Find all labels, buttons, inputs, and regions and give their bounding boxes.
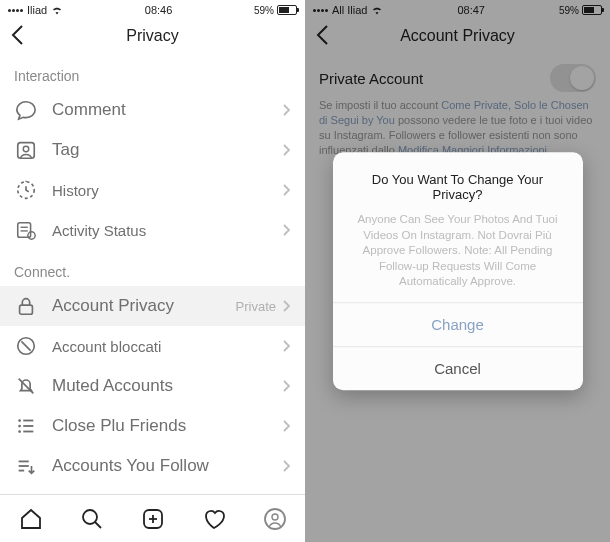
row-label: Account Privacy xyxy=(52,296,236,316)
blocked-icon xyxy=(14,334,38,358)
chevron-right-icon xyxy=(282,299,291,313)
chevron-right-icon xyxy=(282,339,291,353)
tag-person-icon xyxy=(14,138,38,162)
row-history[interactable]: History xyxy=(0,170,305,210)
svg-point-25 xyxy=(265,509,285,529)
page-title: Privacy xyxy=(126,27,178,45)
chevron-right-icon xyxy=(282,103,291,117)
tab-home[interactable] xyxy=(18,506,44,532)
dialog-message: Anyone Can See Your Photos And Tuoi Vide… xyxy=(347,212,569,290)
list-icon xyxy=(14,414,38,438)
chevron-right-icon xyxy=(282,223,291,237)
muted-bell-icon xyxy=(14,374,38,398)
svg-point-6 xyxy=(28,232,35,239)
battery-pct: 59% xyxy=(254,5,274,16)
row-label: Close Plu Friends xyxy=(52,416,282,436)
battery-icon xyxy=(277,5,297,15)
row-label: Comment xyxy=(52,100,282,120)
svg-point-26 xyxy=(272,514,278,520)
row-comment[interactable]: Comment xyxy=(0,90,305,130)
chevron-right-icon xyxy=(282,143,291,157)
plus-square-icon xyxy=(141,507,165,531)
svg-rect-0 xyxy=(18,143,35,159)
row-close-friends[interactable]: Close Plu Friends xyxy=(0,406,305,446)
nav-bar: Privacy xyxy=(0,18,305,54)
row-label: Accounts You Follow xyxy=(52,456,282,476)
section-header-connect: Connect. xyxy=(0,250,305,286)
row-label: Tag xyxy=(52,140,282,160)
row-tag[interactable]: Tag xyxy=(0,130,305,170)
dialog-change-button[interactable]: Change xyxy=(333,302,583,346)
row-value: Private xyxy=(236,299,276,314)
svg-point-1 xyxy=(23,146,29,152)
chevron-right-icon xyxy=(282,419,291,433)
clock-label: 08:46 xyxy=(145,4,173,16)
svg-point-12 xyxy=(18,425,21,428)
svg-point-13 xyxy=(18,430,21,433)
svg-line-9 xyxy=(21,341,30,350)
status-bar: Iliad 08:46 59% xyxy=(0,0,305,18)
chevron-right-icon xyxy=(282,459,291,473)
change-privacy-dialog: Do You Want To Change Your Privacy? Anyo… xyxy=(333,152,583,390)
lock-icon xyxy=(14,294,38,318)
tab-bar xyxy=(0,494,305,542)
row-blocked-accounts[interactable]: Account bloccati xyxy=(0,326,305,366)
wifi-icon xyxy=(51,5,63,15)
section-header-interaction: Interaction xyxy=(0,54,305,90)
row-label: Account bloccati xyxy=(52,338,282,355)
profile-circle-icon xyxy=(263,507,287,531)
svg-point-20 xyxy=(83,510,97,524)
home-icon xyxy=(19,507,43,531)
search-icon xyxy=(80,507,104,531)
activity-status-icon xyxy=(14,218,38,242)
privacy-settings-screen: Iliad 08:46 59% Privacy Interaction Comm… xyxy=(0,0,305,542)
svg-point-11 xyxy=(18,419,21,422)
tab-search[interactable] xyxy=(79,506,105,532)
row-account-privacy[interactable]: Account Privacy Private xyxy=(0,286,305,326)
history-icon xyxy=(14,178,38,202)
comment-icon xyxy=(14,98,38,122)
row-accounts-you-follow[interactable]: Accounts You Follow xyxy=(0,446,305,486)
accounts-follow-icon xyxy=(14,454,38,478)
row-activity-status[interactable]: Activity Status xyxy=(0,210,305,250)
chevron-left-icon xyxy=(10,24,24,46)
svg-rect-7 xyxy=(20,305,33,314)
row-muted-accounts[interactable]: Muted Accounts xyxy=(0,366,305,406)
account-privacy-screen: All Iliad 08:47 59% Account Privacy Priv… xyxy=(305,0,610,542)
tab-add[interactable] xyxy=(140,506,166,532)
dialog-title: Do You Want To Change Your Privacy? xyxy=(347,172,569,202)
dialog-cancel-button[interactable]: Cancel xyxy=(333,346,583,390)
row-label: History xyxy=(52,182,282,199)
chevron-right-icon xyxy=(282,183,291,197)
heart-icon xyxy=(202,507,226,531)
row-label: Muted Accounts xyxy=(52,376,282,396)
tab-activity[interactable] xyxy=(201,506,227,532)
back-button[interactable] xyxy=(10,24,24,46)
row-label: Activity Status xyxy=(52,222,282,239)
tab-profile[interactable] xyxy=(262,506,288,532)
carrier-label: Iliad xyxy=(27,4,47,16)
svg-rect-3 xyxy=(18,223,31,238)
signal-icon xyxy=(8,9,23,12)
chevron-right-icon xyxy=(282,379,291,393)
svg-line-21 xyxy=(95,522,101,528)
